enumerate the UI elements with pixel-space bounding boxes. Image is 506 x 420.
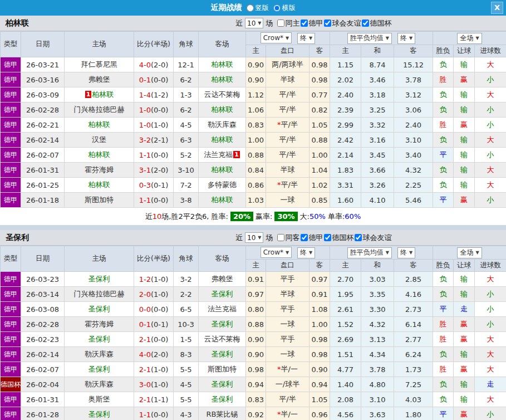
home-team-name: 汉堡 [92, 135, 106, 144]
league-filter-checkbox[interactable] [301, 19, 308, 27]
same-side-label: 同主 [285, 18, 299, 28]
home-handicap-odds-cell: 0.84 [246, 163, 266, 178]
score-cell: 4-0(2-0) [134, 347, 174, 362]
home-team-cell: 勒沃库森 [65, 347, 134, 362]
league-filter[interactable]: 德甲 [299, 233, 323, 243]
close-icon[interactable]: X [491, 2, 503, 14]
handicap-result-cell: 输 [454, 392, 475, 407]
half-score: (0-0) [151, 76, 168, 84]
handicap-cell: 平/半 [266, 392, 310, 407]
league-filter[interactable]: 德甲 [299, 18, 323, 28]
handicap-cell: 半球 [266, 72, 310, 87]
home-handicap-odds-cell: 0.97 [246, 287, 266, 302]
goals-result-cell: 大 [475, 332, 506, 347]
league-filter-checkbox[interactable] [355, 234, 362, 241]
avg-stage-select[interactable]: 终▼ [397, 247, 415, 258]
avg-stage-select[interactable]: 终▼ [397, 33, 415, 44]
type-cell: 德甲 [1, 407, 21, 420]
date-cell: 26-01-28 [21, 407, 65, 420]
league-filter[interactable]: 球会友谊 [323, 18, 361, 28]
bookmaker-stage-select[interactable]: 终▼ [297, 247, 315, 258]
league-filter-checkbox[interactable] [324, 234, 331, 241]
layout-option-horizontal[interactable]: 横版 [273, 3, 296, 13]
layout-option-vertical[interactable]: 竖版 [247, 3, 269, 13]
away-win-odds-cell: 1.80 [394, 407, 433, 420]
same-side-filter[interactable]: 同客 [276, 233, 299, 243]
date-cell: 26-02-14 [21, 133, 65, 148]
home-team-cell: 柏林联 [65, 118, 134, 133]
handicap-result-cell: 输 [454, 377, 475, 392]
away-handicap-odds-cell: 0.94 [310, 377, 330, 392]
bookmaker-select[interactable]: Crow*▼ [261, 247, 292, 258]
home-team-name: 圣保利 [89, 305, 110, 313]
handicap-header-group: Crow*▼ 终▼ [246, 32, 330, 45]
league-filter-label: 德甲 [308, 18, 323, 28]
handicap-result-cell: 输 [454, 148, 475, 163]
avg-select[interactable]: 胜平负均值▼ [347, 247, 392, 258]
home-win-odds-cell: 1.51 [330, 347, 361, 362]
col-header-home: 主场 [65, 246, 134, 272]
draw-odds-cell: 3.26 [361, 178, 394, 193]
scope-select[interactable]: 全场▼ [457, 33, 482, 44]
away-win-odds-cell: 3.10 [394, 133, 433, 148]
table-row: 德甲26-03-21拜仁慕尼黑4-0(2-0)12-1柏林联0.90两/两球半0… [1, 57, 506, 72]
horizontal-radio[interactable] [273, 4, 281, 12]
handicap-result-cell: 赢 [454, 72, 475, 87]
away-team-name: 法兰克福 [208, 305, 237, 313]
handicap-cell: 一球 [266, 317, 310, 332]
unit-label: 场 [266, 233, 273, 243]
home-handicap-odds-cell: 0.88 [246, 317, 266, 332]
date-cell: 26-03-09 [21, 87, 65, 102]
date-cell: 26-02-28 [21, 317, 65, 332]
away-handicap-odds-cell: 1.05 [310, 392, 330, 407]
same-side-checkbox[interactable] [277, 19, 284, 27]
league-filter[interactable]: 球会友谊 [353, 233, 391, 243]
same-side-checkbox[interactable] [277, 234, 284, 241]
score-cell: 2-1(1-0) [134, 362, 174, 377]
league-filter-checkbox[interactable] [301, 234, 308, 241]
home-win-odds-cell: 1.95 [330, 287, 361, 302]
result-cell: 负 [433, 102, 454, 118]
same-side-filter[interactable]: 同主 [276, 18, 299, 28]
date-cell: 26-02-04 [21, 377, 65, 392]
table-row: 德甲26-03-08圣保利0-0(0-0)6-5法兰克福0.80平手1.082.… [1, 302, 506, 317]
away-team-name: 柏林联 [212, 135, 233, 144]
result-cell: 负 [433, 133, 454, 148]
games-count-select[interactable]: 10▼ [245, 232, 263, 243]
matches-table-2: 类型 日期 主场 比分(半场) 角球 客场 Crow*▼ 终▼ 胜平负均值▼ 终… [0, 246, 506, 420]
handicap-result-cell: 赢 [454, 362, 475, 377]
league-filter-checkbox[interactable] [324, 19, 331, 27]
away-team-name: 柏林联 [212, 165, 233, 174]
league-filter-checkbox[interactable] [362, 19, 369, 27]
away-win-odds-cell: 3.40 [394, 148, 433, 163]
half-score: (1-2) [151, 91, 168, 99]
away-team-cell: 圣保利 [199, 287, 246, 302]
away-win-odds-cell: 5.46 [394, 193, 433, 208]
type-cell: 德甲 [1, 118, 21, 133]
page-title: 近期战绩 [211, 3, 242, 13]
goals-result-cell: 小 [475, 118, 506, 133]
red-card-badge: 1 [85, 91, 92, 98]
away-team-name: 柏林联 [212, 60, 233, 69]
scope-select[interactable]: 全场▼ [457, 247, 482, 258]
chevron-down-icon: ▼ [309, 250, 312, 255]
league-filter[interactable]: 德国杯 [323, 233, 353, 243]
avg-select[interactable]: 胜平负均值▼ [347, 33, 392, 44]
home-team-name: 柏林联 [89, 180, 110, 189]
away-team-name: 勒沃库森 [208, 120, 237, 129]
half-score: (2-0) [151, 350, 168, 359]
half-score: (1-0) [151, 121, 168, 129]
bookmaker-select[interactable]: Crow*▼ [261, 32, 292, 43]
home-team-name: 门兴格拉德巴赫 [74, 290, 125, 298]
handicap-cell: 平/半 [266, 148, 310, 163]
vertical-radio[interactable] [247, 4, 254, 12]
sub-header-lose: 客 [394, 45, 433, 57]
bookmaker-stage-select[interactable]: 终▼ [297, 33, 315, 44]
league-filter[interactable]: 德国杯 [361, 18, 391, 28]
full-score: 0-1 [139, 320, 151, 329]
home-team-cell: 拜仁慕尼黑 [65, 57, 134, 72]
handicap-cell: 平/半 [266, 133, 310, 148]
result-cell: 负 [433, 272, 454, 287]
games-count-select[interactable]: 10▼ [245, 18, 263, 28]
away-win-odds-cell: 2.77 [394, 332, 433, 347]
